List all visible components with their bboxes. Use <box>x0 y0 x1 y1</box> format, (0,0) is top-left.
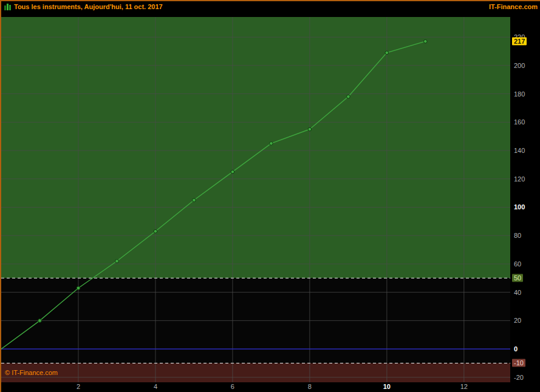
candlestick-chart-icon <box>4 4 11 10</box>
current-value-badge: 217 <box>512 38 527 46</box>
y-tick-label: 200 <box>514 61 525 69</box>
y-tick-label: 180 <box>514 90 525 98</box>
x-tick-label: 12 <box>460 383 468 390</box>
data-point-marker <box>115 260 119 263</box>
y-tick-label: 40 <box>514 288 521 296</box>
y-tick-label: 140 <box>514 147 525 155</box>
y-tick-label: 80 <box>514 232 521 240</box>
data-point-marker <box>154 229 157 233</box>
y-tick-label: -20 <box>514 373 524 381</box>
y-tick-label: 60 <box>514 260 521 268</box>
data-point-marker <box>385 51 389 55</box>
data-point-marker <box>193 198 196 202</box>
y-tick-label: 120 <box>514 175 525 183</box>
data-point-marker <box>424 39 428 43</box>
x-tick-label: 6 <box>231 383 234 390</box>
x-tick-label: 2 <box>77 383 80 390</box>
x-tick-label: 8 <box>308 383 312 390</box>
loss-zone <box>1 363 510 382</box>
x-axis: 24681012 <box>1 382 510 391</box>
profit-zone <box>1 17 510 278</box>
chart-info-bar: Horizontal: Transactions , Vertical: Dev… <box>1 11 540 17</box>
y-tick-label: 100 <box>514 203 525 211</box>
x-tick-label: 10 <box>383 383 391 390</box>
watermark: © IT-Finance.com <box>5 369 58 376</box>
titlebar[interactable]: Tous les instruments, Aujourd'hui, 11 oc… <box>1 1 540 12</box>
x-tick-label: 4 <box>154 383 157 390</box>
data-point-marker <box>347 95 350 99</box>
upper-threshold-badge: 50 <box>512 274 523 282</box>
data-point-marker <box>231 170 234 174</box>
lower-threshold-badge: -10 <box>512 359 525 367</box>
brand-label: IT-Finance.com <box>489 3 538 10</box>
data-point-marker <box>270 142 273 146</box>
window-title: Tous les instruments, Aujourd'hui, 11 oc… <box>14 3 163 10</box>
data-point-marker <box>308 127 312 131</box>
equity-chart <box>1 17 510 382</box>
y-tick-label: 160 <box>514 118 525 126</box>
data-point-marker <box>77 286 80 290</box>
chart-window: Tous les instruments, Aujourd'hui, 11 oc… <box>0 0 540 392</box>
y-axis: -2002040608010012014016018020022050-1021… <box>510 17 539 391</box>
y-tick-label: 0 <box>514 345 518 353</box>
y-tick-label: 20 <box>514 317 521 325</box>
data-point-marker <box>38 319 42 323</box>
chart-plot-area[interactable]: © IT-Finance.com <box>1 17 510 382</box>
